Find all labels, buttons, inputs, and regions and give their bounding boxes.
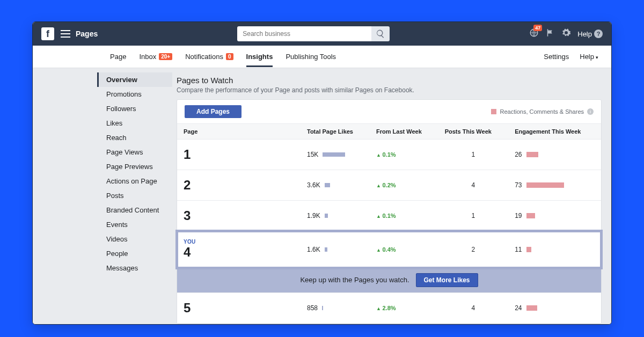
likes-bar [325,183,330,187]
tab-insights[interactable]: Insights [246,46,273,67]
body: OverviewPromotionsFollowersLikesReachPag… [33,68,611,324]
legend: Reactions, Comments & Shares i [491,108,594,115]
sidebar-item-posts[interactable]: Posts [97,188,172,203]
likes-value: 858 [307,304,318,312]
likes-bar [322,306,323,310]
legend-swatch [491,109,496,114]
engagement-value: 11 [515,246,522,253]
table-row[interactable]: 23.6K0.2%473 [177,170,601,201]
likes-value: 1.6K [307,246,320,253]
pct-change: 0.1% [376,213,396,219]
pct-change: 0.1% [376,151,396,158]
tab-inbox[interactable]: Inbox20+ [139,46,172,67]
gear-icon[interactable] [561,28,571,40]
table-row[interactable]: 31.9K0.1%119 [177,201,601,231]
likes-bar [325,214,328,218]
posts-count: 1 [438,140,508,170]
top-app-label: Pages [76,30,98,38]
settings-link[interactable]: Settings [544,53,569,61]
top-bar: f Pages 47 Help? [33,22,611,46]
search-button[interactable] [371,26,390,41]
rank: 2 [184,178,294,193]
pct-change: 0.4% [376,246,396,253]
facebook-logo-icon[interactable]: f [41,27,54,40]
engagement-value: 19 [515,212,522,219]
sidebar-item-page-views[interactable]: Page Views [97,145,172,159]
posts-count: 4 [438,170,508,201]
flag-icon[interactable] [545,28,555,40]
sidebar: OverviewPromotionsFollowersLikesReachPag… [97,68,172,324]
you-label: YOU [184,239,294,245]
sidebar-item-branded-content[interactable]: Branded Content [97,203,172,217]
col-header: Total Page Likes [301,124,370,140]
panel-desc: Compare the performance of your Page and… [177,86,602,94]
sidebar-item-promotions[interactable]: Promotions [97,87,172,101]
tab-notifications[interactable]: Notifications0 [185,46,233,67]
cta-text: Keep up with the Pages you watch. [300,276,409,284]
col-header: Engagement This Week [508,124,601,140]
engagement-value: 24 [515,304,522,312]
table-row[interactable]: 115K0.1%126 [177,140,601,170]
chevron-down-icon: ▾ [596,55,598,60]
panel-title: Pages to Watch [177,76,602,85]
likes-value: 1.9K [307,212,320,219]
engagement-value: 73 [515,181,522,189]
nav-bar: Page Inbox20+ Notifications0 Insights Pu… [33,46,611,68]
get-more-likes-button[interactable]: Get More Likes [416,273,478,287]
posts-count: 1 [438,201,508,231]
tab-page[interactable]: Page [110,46,126,67]
engagement-bar [526,305,537,311]
sidebar-item-page-previews[interactable]: Page Previews [97,159,172,174]
sidebar-item-events[interactable]: Events [97,217,172,232]
sidebar-item-videos[interactable]: Videos [97,232,172,246]
col-header: From Last Week [370,124,438,140]
search-input[interactable] [237,26,371,41]
app-frame: f Pages 47 Help? Page Inbox20 [32,21,612,325]
pages-watch-card: Add Pages Reactions, Comments & Shares i… [177,99,602,324]
posts-count: 4 [438,293,508,324]
engagement-value: 26 [515,151,522,158]
search-icon [376,29,385,39]
nav-tabs: Page Inbox20+ Notifications0 Insights Pu… [110,46,336,67]
search [237,26,390,41]
col-header: Page [177,124,301,140]
pct-change: 0.2% [376,182,396,188]
sidebar-item-people[interactable]: People [97,246,172,261]
sidebar-item-reach[interactable]: Reach [97,130,172,145]
pages-watch-table: PageTotal Page LikesFrom Last WeekPosts … [177,124,601,324]
hamburger-icon[interactable] [61,30,70,38]
sidebar-item-followers[interactable]: Followers [97,101,172,116]
pct-change: 2.8% [376,305,396,311]
engagement-bar [526,213,535,218]
globe-icon[interactable]: 47 [529,28,539,40]
rank: 3 [184,208,294,223]
rank: 4 [184,245,294,260]
cta-row: Keep up with the Pages you watch.Get Mor… [177,268,601,293]
sidebar-item-actions-on-page[interactable]: Actions on Page [97,174,172,188]
add-pages-button[interactable]: Add Pages [185,105,241,118]
likes-bar [325,247,327,252]
notif-count-badge: 0 [226,53,233,60]
inbox-badge: 20+ [159,53,172,60]
table-row[interactable]: 58582.8%424 [177,293,601,324]
rank: 1 [184,147,294,162]
top-icon-group: 47 Help? [529,28,603,40]
sidebar-item-messages[interactable]: Messages [97,261,172,275]
engagement-bar [526,247,531,252]
likes-value: 3.6K [307,181,320,189]
likes-value: 15K [307,151,318,158]
sidebar-item-overview[interactable]: Overview [97,72,172,87]
help-dropdown[interactable]: Help▾ [580,53,598,61]
help-icon: ? [594,30,603,38]
tab-publishing[interactable]: Publishing Tools [286,46,336,67]
help-link[interactable]: Help? [577,30,603,38]
rank: 5 [184,301,294,316]
col-header: Posts This Week [438,124,508,140]
main-panel: Pages to Watch Compare the performance o… [172,68,611,324]
info-icon[interactable]: i [587,108,594,115]
sidebar-item-likes[interactable]: Likes [97,116,172,130]
engagement-bar [526,152,538,157]
posts-count: 2 [438,231,508,268]
table-row[interactable]: YOU41.6K0.4%211 [177,231,601,268]
engagement-bar [526,182,564,188]
